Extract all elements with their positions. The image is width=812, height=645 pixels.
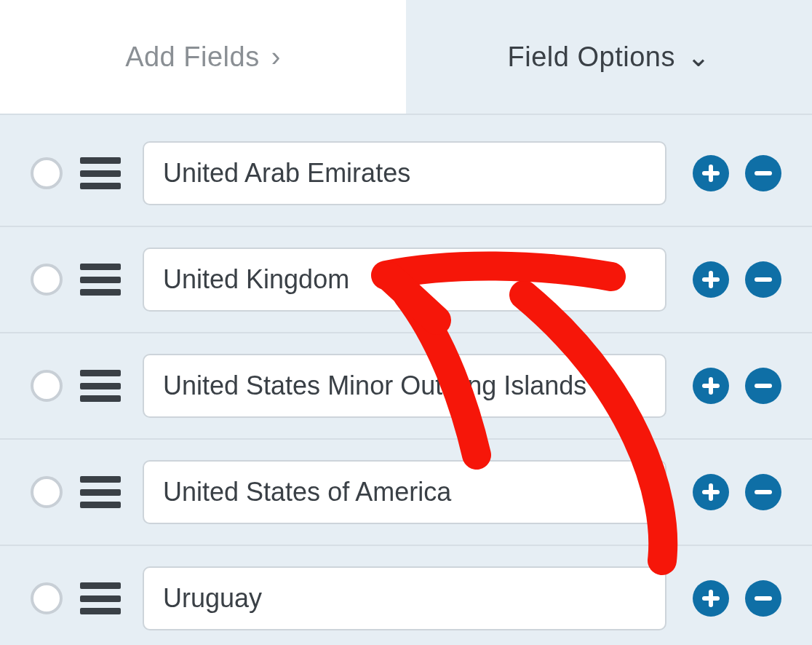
tab-add-fields-label: Add Fields xyxy=(125,41,260,73)
choice-actions xyxy=(693,368,781,404)
remove-choice-button[interactable] xyxy=(745,474,781,510)
default-radio[interactable] xyxy=(31,264,63,296)
choice-input[interactable] xyxy=(143,141,666,205)
default-radio[interactable] xyxy=(31,582,63,614)
drag-handle-icon[interactable] xyxy=(80,476,121,508)
choice-actions xyxy=(693,155,781,191)
choice-actions xyxy=(693,474,781,510)
remove-choice-button[interactable] xyxy=(745,368,781,404)
choice-row xyxy=(0,115,812,227)
tab-bar: Add Fields › Field Options ⌄ xyxy=(0,0,812,115)
choice-actions xyxy=(693,580,781,617)
tab-add-fields[interactable]: Add Fields › xyxy=(0,0,406,114)
chevron-right-icon: › xyxy=(271,41,281,73)
add-choice-button[interactable] xyxy=(693,368,729,404)
tab-field-options[interactable]: Field Options ⌄ xyxy=(406,0,812,114)
add-choice-button[interactable] xyxy=(693,155,729,191)
drag-handle-icon[interactable] xyxy=(80,264,121,296)
choice-row xyxy=(0,546,812,645)
remove-choice-button[interactable] xyxy=(745,261,781,298)
choice-input[interactable] xyxy=(143,248,666,312)
remove-choice-button[interactable] xyxy=(745,580,781,617)
drag-handle-icon[interactable] xyxy=(80,370,121,402)
remove-choice-button[interactable] xyxy=(745,155,781,191)
drag-handle-icon[interactable] xyxy=(80,582,121,614)
drag-handle-icon[interactable] xyxy=(80,157,121,189)
tab-field-options-label: Field Options xyxy=(508,41,675,73)
default-radio[interactable] xyxy=(31,476,63,508)
choice-row xyxy=(0,440,812,546)
add-choice-button[interactable] xyxy=(693,261,729,298)
add-choice-button[interactable] xyxy=(693,580,729,617)
chevron-down-icon: ⌄ xyxy=(687,41,711,73)
choice-input[interactable] xyxy=(143,354,666,418)
default-radio[interactable] xyxy=(31,157,63,189)
choice-row xyxy=(0,227,812,333)
default-radio[interactable] xyxy=(31,370,63,402)
choice-row xyxy=(0,333,812,440)
choice-input[interactable] xyxy=(143,460,666,524)
choice-input[interactable] xyxy=(143,566,666,630)
add-choice-button[interactable] xyxy=(693,474,729,510)
choices-list xyxy=(0,115,812,645)
choice-actions xyxy=(693,261,781,298)
